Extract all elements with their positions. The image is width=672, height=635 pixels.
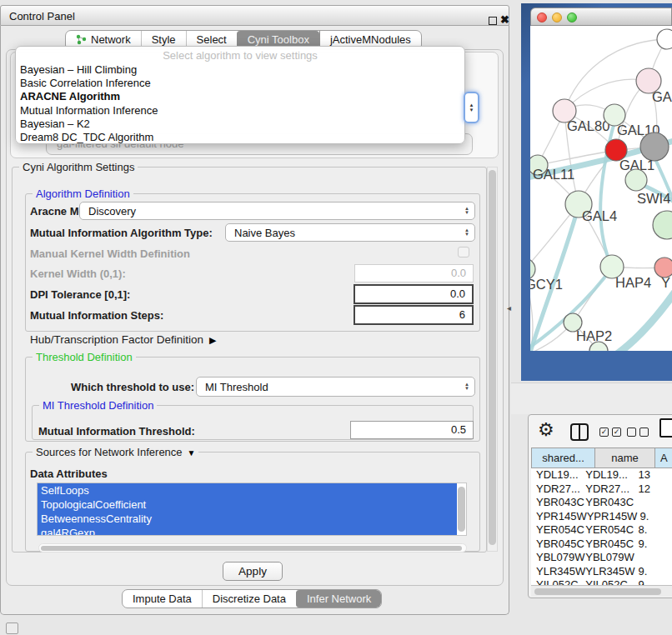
combobox-value: MI Threshold	[205, 381, 268, 393]
aracne-mode-combobox[interactable]: Discovery ▲▼	[79, 202, 475, 220]
network-canvas[interactable]: GAL2GAL80GAL10GAL1GAL11SWI4GAL4GCY1HAP4Y…	[530, 26, 672, 351]
manual-kernel-label: Manual Kernel Width Definition	[30, 248, 190, 260]
mi-steps-label: Mutual Information Steps:	[30, 309, 163, 322]
table-row[interactable]: YER054CYER054C8.	[531, 523, 672, 538]
checked-box-icon: ✓	[612, 428, 621, 437]
algorithm-option[interactable]: Bayesian – K2	[16, 118, 464, 131]
kernel-width-label: Kernel Width (0,1):	[30, 268, 126, 280]
algorithm-option[interactable]: ARACNE Algorithm	[16, 90, 464, 103]
stepper-down-icon: ▼	[469, 108, 474, 112]
settings-scrollbar[interactable]	[487, 167, 498, 552]
algorithm-option[interactable]: Bayesian – Hill Climbing	[16, 63, 464, 77]
network-node[interactable]	[640, 132, 669, 161]
sources-group-title[interactable]: Sources for Network Inference▼	[33, 446, 198, 459]
table-rows: YDL19...YDL19...13YDR27...YDR27...12YBR0…	[531, 468, 672, 585]
table-row[interactable]: YBL079WYBL079W	[531, 551, 672, 565]
table-cell: 9.	[635, 565, 672, 579]
window-close-icon[interactable]	[537, 12, 547, 22]
table-row[interactable]: YIL052CYIL052C9.	[531, 578, 672, 585]
mi-threshold-field[interactable]: 0.5	[350, 421, 474, 439]
table-cell: YBL079W	[585, 551, 635, 565]
algorithm-option[interactable]: Mutual Information Inference	[16, 104, 464, 118]
network-edge[interactable]	[617, 289, 672, 351]
table-cell: 9.	[635, 578, 672, 585]
data-attributes-listbox[interactable]: SelfLoopsTopologicalCoefficientBetweenne…	[37, 482, 467, 536]
network-node[interactable]	[657, 29, 672, 49]
table-cell: YPR145W	[587, 510, 638, 524]
network-node-label: GCY1	[530, 277, 563, 292]
control-panel-title: Control Panel	[9, 10, 75, 22]
columns-icon[interactable]	[570, 423, 589, 441]
mi-steps-field[interactable]: 6	[354, 305, 474, 325]
table-cell: YDL19...	[585, 468, 635, 482]
column-header-clipped[interactable]: A	[655, 448, 672, 468]
network-node-label: HAP2	[576, 328, 612, 343]
algorithm-combobox-stepper[interactable]: ▲ ▼	[464, 92, 479, 123]
table-cell: YBL079W	[531, 551, 585, 565]
document-icon[interactable]	[659, 418, 672, 438]
deselect-all-checkboxes-icon[interactable]	[627, 428, 649, 437]
network-node[interactable]	[653, 211, 672, 239]
scrollbar-thumb[interactable]	[41, 546, 462, 551]
network-node-label: Y	[661, 275, 670, 290]
window-minimize-icon[interactable]	[552, 12, 562, 22]
combobox-arrows-icon: ▲▼	[464, 224, 469, 241]
table-cell: YBR043C	[585, 496, 635, 510]
data-attributes-list: SelfLoopsTopologicalCoefficientBetweenne…	[38, 483, 466, 536]
table-row[interactable]: YDL19...YDL19...13	[531, 468, 672, 482]
combobox-arrows-icon: ▲▼	[464, 378, 469, 396]
data-attribute-item[interactable]: TopologicalCoefficient	[38, 498, 457, 512]
collapsed-panel-icon[interactable]	[6, 622, 18, 634]
list-scrollbar-thumb[interactable]	[458, 487, 465, 532]
gear-icon[interactable]: ⚙	[538, 418, 554, 442]
table-horizontal-scrollbar[interactable]	[531, 585, 672, 597]
table-cell	[635, 551, 672, 565]
tab-impute-data[interactable]: Impute Data	[123, 590, 202, 608]
table-cell: 8.	[635, 523, 672, 538]
float-window-icon[interactable]	[489, 17, 497, 25]
network-node-label: SWI4	[637, 191, 670, 206]
network-window-titlebar[interactable]	[530, 8, 672, 26]
table-row[interactable]: YDR27...YDR27...12	[531, 482, 672, 497]
apply-button[interactable]: Apply	[223, 562, 283, 581]
close-icon[interactable]: ✖	[500, 13, 509, 26]
network-node-label: GAL11	[533, 167, 574, 182]
network-node-SWI4[interactable]	[625, 169, 647, 191]
table-cell: YBR045C	[585, 538, 635, 552]
scrollbar-thumb[interactable]	[534, 588, 661, 595]
table-row[interactable]: YBR043CYBR043C	[531, 496, 672, 510]
table-cell: YBR043C	[531, 496, 585, 510]
table-cell: YDR27...	[585, 482, 635, 497]
scrollbar-thumb[interactable]	[489, 170, 496, 545]
combobox-value: Naive Bayes	[234, 227, 295, 239]
hub-section-toggle[interactable]: Hub/Transcription Factor Definition▶	[30, 333, 217, 346]
data-attribute-item[interactable]: gal4RGexp	[38, 526, 457, 536]
table-row[interactable]: YPR145WYPR145W9.	[531, 510, 672, 524]
kernel-width-field[interactable]: 0.0	[354, 264, 474, 282]
table-cell: 9.	[635, 538, 672, 552]
tab-discretize-data[interactable]: Discretize Data	[202, 590, 296, 608]
column-header-name[interactable]: name	[595, 448, 655, 468]
network-node-label: GAL4	[582, 208, 617, 223]
tab-infer-network[interactable]: Infer Network	[296, 590, 381, 608]
select-all-checkboxes-icon[interactable]: ✓ ✓	[599, 428, 621, 437]
mi-algorithm-type-combobox[interactable]: Naive Bayes ▲▼	[225, 223, 475, 242]
data-attribute-item[interactable]: BetweennessCentrality	[38, 512, 457, 526]
table-cell: YLR345W	[585, 565, 635, 579]
network-node-label: HAP4	[615, 275, 651, 290]
manual-kernel-checkbox[interactable]	[458, 247, 469, 258]
column-header-shared-name[interactable]: shared...	[531, 448, 595, 468]
table-row[interactable]: YLR345WYLR345W9.	[531, 565, 672, 579]
data-attribute-item[interactable]: SelfLoops	[38, 483, 457, 498]
which-threshold-combobox[interactable]: MI Threshold ▲▼	[196, 377, 475, 397]
algorithm-option[interactable]: Basic Correlation Inference	[16, 77, 464, 90]
dpi-tolerance-field[interactable]: 0.0	[354, 284, 474, 304]
algorithm-dropdown-menu: Select algorithm to view settings Bayesi…	[15, 46, 465, 144]
window-zoom-icon[interactable]	[567, 12, 577, 22]
algorithm-option[interactable]: Dream8 DC_TDC Algorithm	[16, 131, 464, 144]
splitter-arrow-icon[interactable]: ◂	[507, 303, 511, 312]
table-row[interactable]: YBR045CYBR045C9.	[531, 538, 672, 552]
table-cell: YLR345W	[531, 565, 585, 579]
sources-horizontal-scrollbar[interactable]	[38, 543, 467, 552]
network-tab-icon	[76, 34, 87, 45]
